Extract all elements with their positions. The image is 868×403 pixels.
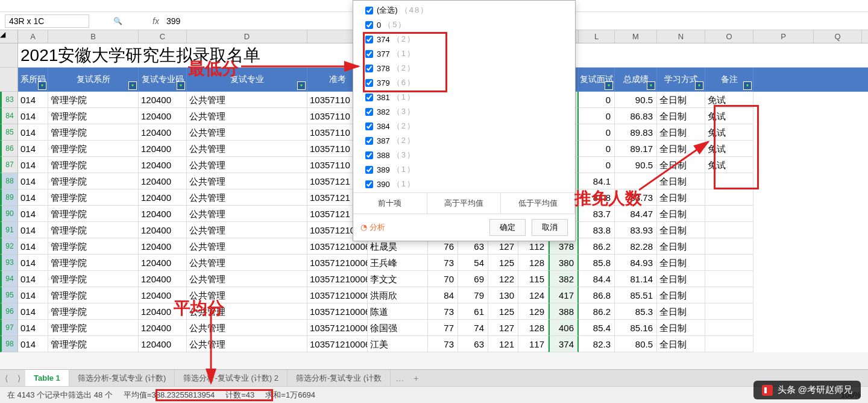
cell[interactable]: 382 [549, 271, 579, 287]
cell[interactable]: 014 [18, 320, 48, 336]
row-number[interactable]: 95 [0, 287, 18, 303]
filter-item[interactable]: 382（3） [353, 104, 575, 119]
filter-select-all[interactable]: (全选) （48） [353, 3, 575, 17]
cell[interactable]: 管理学院 [48, 189, 139, 206]
cell[interactable]: 全日制 [657, 255, 705, 271]
select-all-corner[interactable]: ◢ [0, 30, 18, 43]
cell[interactable]: 120400 [139, 320, 187, 336]
row-number[interactable]: 92 [0, 238, 18, 255]
cell[interactable]: 公共管理 [187, 206, 307, 222]
filter-icon[interactable]: ▾ [38, 81, 46, 90]
cell[interactable]: 84 [428, 287, 458, 303]
cell[interactable]: 121 [488, 336, 518, 352]
cell[interactable]: 公共管理 [187, 238, 307, 255]
row-number[interactable]: 88 [0, 173, 18, 189]
cell[interactable]: 014 [18, 141, 48, 157]
cell[interactable]: 管理学院 [48, 320, 139, 336]
col-header[interactable]: P [753, 30, 814, 43]
name-box[interactable] [5, 14, 89, 28]
cell[interactable]: 120400 [139, 141, 187, 157]
row-number[interactable]: 90 [0, 206, 18, 222]
cell[interactable]: 公共管理 [187, 173, 307, 189]
analyze-link[interactable]: 分析 [360, 222, 385, 233]
col-header[interactable]: D [187, 30, 307, 43]
cell[interactable]: 120400 [139, 336, 187, 352]
cell[interactable]: 管理学院 [48, 303, 139, 320]
cell[interactable]: 公共管理 [187, 108, 307, 124]
cell[interactable]: 85.51 [615, 287, 657, 303]
cell[interactable]: 免试 [705, 92, 753, 108]
sheet-tab[interactable]: 筛选分析-复试专业 (计数) 2 [175, 370, 287, 387]
cell[interactable] [705, 320, 753, 336]
cell[interactable]: 014 [18, 287, 48, 303]
sheet-tab[interactable]: 筛选分析-复试专业 (计数) [69, 370, 175, 387]
cell[interactable]: 014 [18, 189, 48, 206]
cell[interactable]: 公共管理 [187, 222, 307, 238]
cell[interactable] [705, 255, 753, 271]
row-number[interactable]: 84 [0, 108, 18, 124]
cell[interactable]: 120400 [139, 255, 187, 271]
cell[interactable] [705, 206, 753, 222]
cell[interactable]: 014 [18, 108, 48, 124]
cell[interactable]: 管理学院 [48, 222, 139, 238]
cell[interactable]: 014 [18, 238, 48, 255]
cell[interactable]: 管理学院 [48, 173, 139, 189]
cell[interactable]: 管理学院 [48, 141, 139, 157]
filter-icon[interactable]: ▾ [743, 81, 752, 90]
row-number[interactable]: 94 [0, 271, 18, 287]
cell[interactable]: 014 [18, 222, 48, 238]
cell[interactable]: 125 [488, 255, 518, 271]
cell[interactable]: 全日制 [657, 206, 705, 222]
cell[interactable]: 120400 [139, 157, 187, 173]
cell[interactable]: 全日制 [657, 108, 705, 124]
cell[interactable]: 0 [579, 141, 615, 157]
cell[interactable]: 全日制 [657, 287, 705, 303]
cell[interactable]: 388 [549, 303, 579, 320]
cell[interactable]: 全日制 [657, 320, 705, 336]
row-number[interactable]: 86 [0, 141, 18, 157]
cell[interactable]: 125 [488, 303, 518, 320]
cell[interactable]: 管理学院 [48, 157, 139, 173]
filter-item[interactable]: 389（1） [353, 162, 575, 177]
col-header[interactable]: A [18, 30, 48, 43]
cell[interactable]: 徐国强 [368, 320, 428, 336]
cell[interactable]: 103571210006163 [307, 255, 368, 271]
cell[interactable]: 014 [18, 92, 48, 108]
cell[interactable]: 82.3 [579, 336, 615, 352]
cell[interactable]: 54 [458, 255, 488, 271]
cell[interactable]: 89.83 [615, 124, 657, 141]
cell[interactable]: 120400 [139, 108, 187, 124]
cell[interactable]: 406 [549, 320, 579, 336]
filter-item[interactable]: 381（1） [353, 90, 575, 104]
cell[interactable]: 81.14 [615, 271, 657, 287]
cell[interactable]: 管理学院 [48, 238, 139, 255]
cell[interactable]: 公共管理 [187, 271, 307, 287]
cell[interactable]: 74 [458, 320, 488, 336]
col-header[interactable]: M [615, 30, 657, 43]
col-header[interactable]: C [139, 30, 187, 43]
cell[interactable] [705, 271, 753, 287]
cell[interactable]: 014 [18, 303, 48, 320]
cell[interactable]: 128 [518, 255, 549, 271]
cell[interactable]: 管理学院 [48, 206, 139, 222]
cell[interactable]: 86.2 [579, 238, 615, 255]
filter-item[interactable]: 0（5） [353, 17, 575, 32]
cell[interactable]: 管理学院 [48, 336, 139, 352]
cell[interactable]: 120400 [139, 92, 187, 108]
cell[interactable]: 管理学院 [48, 255, 139, 271]
filter-top10-button[interactable]: 前十项 [353, 193, 427, 214]
cell[interactable]: 管理学院 [48, 124, 139, 141]
cell[interactable]: 王兵峰 [368, 255, 428, 271]
header-cell[interactable]: 学习方式▾ [657, 68, 705, 92]
tab-next-icon[interactable]: ⟩ [13, 373, 25, 383]
cell[interactable]: 0 [579, 92, 615, 108]
cell[interactable]: 陈道 [368, 303, 428, 320]
row-header[interactable] [0, 68, 18, 92]
cell[interactable]: 免试 [705, 108, 753, 124]
tab-more-icon[interactable]: … [391, 373, 409, 383]
cell[interactable]: 120400 [139, 124, 187, 141]
cell[interactable]: 014 [18, 206, 48, 222]
tab-prev-icon[interactable]: ⟨ [0, 373, 13, 383]
cell[interactable]: 120400 [139, 271, 187, 287]
cell[interactable]: 管理学院 [48, 108, 139, 124]
